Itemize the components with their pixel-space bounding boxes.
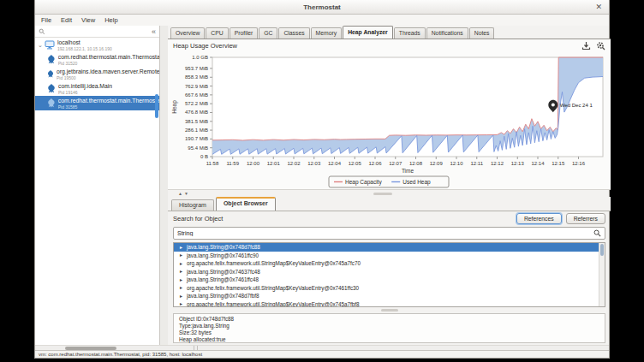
svg-text:12:08: 12:08: [409, 161, 423, 166]
window-title: Thermostat: [303, 3, 341, 11]
horizontal-scrollbar[interactable]: [35, 345, 609, 350]
svg-text:Heap Capacity: Heap Capacity: [345, 179, 382, 186]
tab-object-browser[interactable]: Object Browser: [216, 197, 276, 211]
list-item[interactable]: ► java.lang.String@0x748d7fc88: [174, 243, 605, 252]
expand-arrow-icon[interactable]: ►: [179, 245, 183, 250]
referrers-button[interactable]: Referrers: [566, 213, 605, 224]
svg-text:12:10: 12:10: [450, 161, 463, 166]
jvm-icon: [47, 55, 56, 64]
close-icon[interactable]: ✕: [595, 3, 602, 11]
svg-text:667.6 MiB: 667.6 MiB: [185, 92, 208, 98]
object-heap-line: Heap allocated:true: [179, 336, 599, 343]
menu-file[interactable]: File: [41, 16, 51, 24]
menu-help[interactable]: Help: [104, 16, 117, 24]
svg-text:12:04: 12:04: [328, 161, 342, 166]
svg-text:12:09: 12:09: [430, 161, 444, 166]
tab-notes[interactable]: Notes: [469, 27, 495, 39]
expand-arrow-icon[interactable]: ►: [179, 261, 183, 266]
expand-arrow-icon[interactable]: ►: [179, 301, 183, 306]
expand-arrow-icon[interactable]: ►: [179, 294, 183, 299]
sidebar-item-localhost[interactable]: ⌄ localhost 192.168.122.1, 10.15.16.190: [35, 38, 159, 52]
svg-text:12:15: 12:15: [552, 161, 565, 166]
tab-histogram[interactable]: Histogram: [171, 199, 214, 211]
list-item[interactable]: ► java.lang.String@0x74637fc48: [174, 268, 605, 276]
svg-text:Heap: Heap: [171, 100, 178, 114]
collapse-sidebar-icon[interactable]: «: [152, 27, 156, 36]
svg-text:12:14: 12:14: [531, 161, 545, 166]
object-size-line: Size:32 bytes: [179, 329, 599, 336]
sidebar-scrollbar-thumb[interactable]: [155, 94, 158, 118]
heap-usage-title: Heap Usage Overview: [173, 42, 237, 50]
svg-text:12:03: 12:03: [307, 161, 321, 166]
list-item[interactable]: ► org.apache.felix.framework.util.String…: [174, 300, 605, 308]
sidebar-item-vm-maven[interactable]: org.jetbrains.idea.maven.server.RemoteMa…: [35, 67, 159, 81]
object-type-line: Type:java.lang.String: [179, 323, 599, 329]
vm-tab-bar: Overview CPU Profiler GC Classes Memory …: [168, 26, 611, 39]
svg-text:190.7 MiB: 190.7 MiB: [185, 136, 208, 141]
sidebar-item-vm-intellij[interactable]: com.intellij.idea.Main Pid 19146: [35, 81, 159, 96]
svg-text:1.0 GB: 1.0 GB: [192, 55, 208, 60]
tab-profiler[interactable]: Profiler: [230, 27, 259, 39]
svg-text:Wed Dec 24 1: Wed Dec 24 1: [560, 103, 593, 108]
svg-text:476.8 MiB: 476.8 MiB: [185, 110, 208, 115]
splitter-arrows-icon[interactable]: ▲▼: [178, 191, 190, 196]
horizontal-scrollbar-thumb[interactable]: [65, 347, 116, 350]
svg-text:12:11: 12:11: [470, 161, 483, 166]
tab-threads[interactable]: Threads: [394, 27, 426, 39]
splitter-grip[interactable]: [373, 193, 392, 195]
object-list-scrollbar[interactable]: [599, 243, 605, 306]
list-details-splitter-grip[interactable]: [381, 309, 398, 312]
svg-text:12:05: 12:05: [349, 161, 362, 166]
sidebar-item-vm-thermostat-2[interactable]: com.redhat.thermostat.main.Thermostat Pi…: [35, 96, 159, 110]
svg-text:12:13: 12:13: [511, 161, 525, 166]
svg-text:286.1 MiB: 286.1 MiB: [185, 128, 208, 133]
svg-text:12:12: 12:12: [491, 161, 504, 166]
svg-text:11:59: 11:59: [226, 161, 239, 166]
tab-notifications[interactable]: Notifications: [426, 27, 468, 39]
svg-text:12:06: 12:06: [368, 161, 382, 166]
svg-text:Time: Time: [402, 168, 414, 174]
sidebar-main-splitter[interactable]: [160, 26, 168, 345]
tab-heap-analyzer[interactable]: Heap Analyzer: [343, 26, 393, 39]
list-item[interactable]: ► java.lang.String@0x7461ffc48: [174, 276, 605, 284]
svg-text:12:01: 12:01: [267, 161, 281, 166]
heap-settings-icon[interactable]: [596, 41, 605, 50]
status-bar: vm: com.redhat.thermostat.main.Thermosta…: [35, 350, 609, 358]
references-button[interactable]: References: [516, 213, 562, 224]
tab-cpu[interactable]: CPU: [206, 27, 228, 39]
menu-bar: File Edit View Help: [35, 15, 609, 26]
list-item[interactable]: ► java.lang.String@0x748d7fbf8: [174, 292, 605, 300]
list-item[interactable]: ► org.apache.felix.framework.util.String…: [174, 259, 605, 268]
svg-text:762.9 MiB: 762.9 MiB: [185, 84, 208, 89]
expander-icon[interactable]: ⌄: [38, 42, 43, 49]
menu-view[interactable]: View: [81, 16, 95, 24]
object-search-field[interactable]: [173, 227, 605, 240]
title-bar[interactable]: Thermostat ✕: [35, 0, 609, 15]
chart-browser-splitter[interactable]: ▲▼: [168, 190, 611, 197]
jvm-icon: [47, 98, 56, 108]
search-icon: [39, 28, 45, 35]
object-search-input[interactable]: [177, 230, 593, 236]
status-bar-text: vm: com.redhat.thermostat.main.Thermosta…: [39, 352, 202, 357]
expand-arrow-icon[interactable]: ►: [179, 269, 183, 274]
svg-text:12:16: 12:16: [572, 161, 586, 166]
list-item[interactable]: ► java.lang.String@0x7461ffc90: [174, 252, 605, 260]
host-vm-tree: ⌄ localhost 192.168.122.1, 10.15.16.190 …: [35, 38, 159, 110]
menu-edit[interactable]: Edit: [61, 16, 72, 24]
svg-text:95.4 MiB: 95.4 MiB: [188, 145, 208, 151]
svg-text:11:58: 11:58: [206, 161, 219, 166]
expand-arrow-icon[interactable]: ►: [179, 285, 183, 290]
heap-dump-icon[interactable]: [581, 41, 591, 50]
svg-text:953.7 MiB: 953.7 MiB: [185, 66, 208, 71]
expand-arrow-icon[interactable]: ►: [179, 252, 183, 258]
expand-arrow-icon[interactable]: ►: [179, 277, 183, 282]
sidebar-search-row[interactable]: «: [35, 26, 159, 38]
sidebar-item-vm-thermostat-1[interactable]: com.redhat.thermostat.main.Thermostat Pi…: [35, 52, 159, 67]
tab-classes[interactable]: Classes: [278, 27, 309, 39]
tab-gc[interactable]: GC: [259, 27, 277, 39]
tab-overview[interactable]: Overview: [170, 27, 205, 39]
list-item[interactable]: ► org.apache.felix.framework.util.String…: [174, 284, 605, 293]
object-list-scrollbar-thumb[interactable]: [600, 244, 604, 256]
object-details-panel: Object ID:0x748d7fc88 Type:java.lang.Str…: [173, 313, 605, 343]
tab-memory[interactable]: Memory: [311, 27, 343, 39]
